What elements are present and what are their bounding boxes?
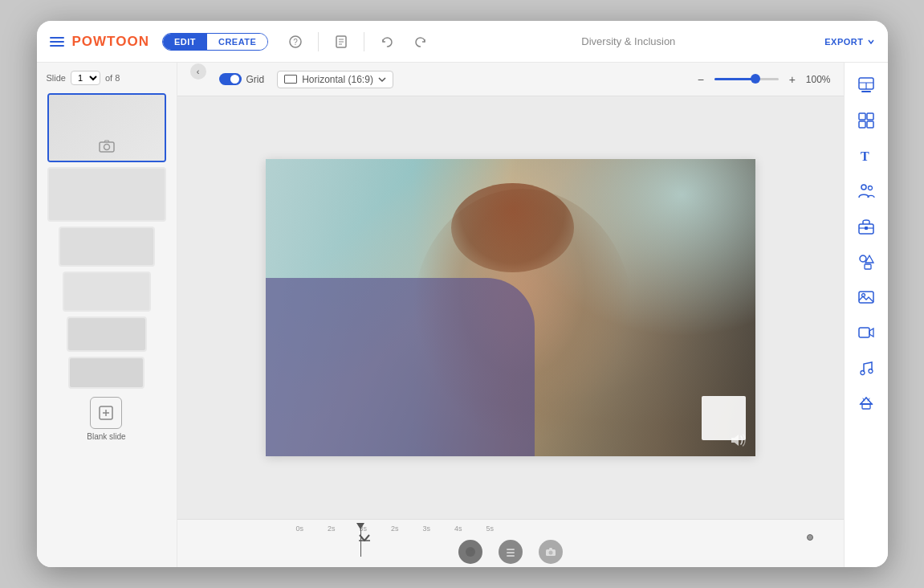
zoom-slider-thumb[interactable] bbox=[751, 74, 760, 84]
slide-canvas bbox=[266, 159, 755, 456]
video-tool-button[interactable] bbox=[850, 316, 882, 349]
timeline-camera-button[interactable] bbox=[539, 540, 563, 564]
header-divider-2 bbox=[364, 32, 364, 51]
timeline-mark: 5s bbox=[486, 525, 495, 533]
svg-rect-20 bbox=[861, 91, 871, 92]
svg-rect-30 bbox=[865, 227, 868, 230]
edit-button[interactable]: EDIT bbox=[163, 34, 207, 50]
shapes-tool-button[interactable] bbox=[850, 246, 882, 278]
timeline-dot bbox=[807, 534, 813, 541]
svg-text:?: ? bbox=[294, 38, 299, 47]
audio-tool-button[interactable] bbox=[850, 352, 882, 384]
svg-rect-23 bbox=[859, 121, 865, 128]
svg-point-38 bbox=[869, 370, 873, 374]
create-button[interactable]: CREATE bbox=[207, 34, 267, 50]
svg-point-31 bbox=[860, 255, 866, 262]
slide-thumbnail-6[interactable] bbox=[68, 357, 145, 389]
redo-icon[interactable] bbox=[409, 31, 432, 53]
timeline-mark: 3s bbox=[423, 525, 431, 533]
blank-slide-label: Blank slide bbox=[87, 432, 125, 441]
svg-point-26 bbox=[861, 185, 866, 190]
transitions-tool-button[interactable] bbox=[850, 387, 882, 419]
svg-point-7 bbox=[104, 145, 109, 150]
timeline-mark: 2s bbox=[391, 525, 399, 533]
slide-purple-overlay bbox=[266, 278, 535, 456]
svg-rect-14 bbox=[507, 555, 515, 557]
svg-point-37 bbox=[861, 371, 865, 375]
svg-rect-21 bbox=[859, 113, 865, 120]
undo-icon[interactable] bbox=[376, 31, 398, 53]
grid-toggle: Grid bbox=[219, 73, 265, 85]
svg-point-16 bbox=[548, 551, 552, 555]
grid-toggle-switch[interactable] bbox=[219, 73, 242, 85]
notes-icon[interactable] bbox=[330, 31, 352, 53]
timeline-mark: 2s bbox=[328, 525, 336, 533]
right-toolbar: T bbox=[844, 63, 888, 567]
svg-rect-24 bbox=[867, 121, 873, 128]
slide-label: Slide bbox=[47, 73, 66, 83]
slide-thumbnail-3[interactable] bbox=[59, 227, 155, 267]
timeline-play-button[interactable] bbox=[458, 540, 482, 564]
svg-rect-34 bbox=[859, 292, 873, 303]
zoom-slider-track[interactable] bbox=[714, 78, 779, 80]
zoom-slider-fill bbox=[714, 78, 753, 80]
main-area: Slide 12345678 of 8 bbox=[37, 63, 888, 567]
timeline-ruler: 0s 2s 3s 2s 3s 4s 5s bbox=[184, 523, 837, 533]
svg-rect-12 bbox=[507, 549, 515, 550]
canvas-area[interactable] bbox=[177, 96, 844, 519]
canvas-wrapper: ‹ Grid Horizontal (16:9) − + bbox=[177, 63, 844, 567]
svg-point-27 bbox=[868, 186, 872, 190]
slides-panel: Slide 12345678 of 8 bbox=[37, 63, 177, 567]
aspect-ratio-label: Horizontal (16:9) bbox=[302, 74, 373, 85]
collapse-sidebar-button[interactable]: ‹ bbox=[190, 63, 206, 80]
characters-tool-button[interactable] bbox=[850, 175, 882, 207]
slide-thumbnail-5[interactable] bbox=[67, 316, 147, 352]
slide-of-text: of 8 bbox=[105, 73, 120, 83]
menu-icon[interactable] bbox=[50, 37, 64, 47]
slide-number-select[interactable]: 12345678 bbox=[71, 71, 100, 85]
images-tool-button[interactable] bbox=[850, 281, 882, 313]
zoom-control: − + 100% bbox=[694, 73, 831, 86]
timeline-controls bbox=[184, 537, 837, 567]
header-divider bbox=[318, 32, 319, 51]
timeline-mark: 4s bbox=[454, 525, 462, 533]
slide-thumbnail-1[interactable] bbox=[47, 93, 166, 162]
canvas-toolbar: ‹ Grid Horizontal (16:9) − + bbox=[177, 63, 844, 96]
header: POWTOON EDIT CREATE ? bbox=[37, 21, 888, 63]
blank-slide-icon bbox=[90, 397, 122, 429]
svg-rect-13 bbox=[507, 552, 515, 553]
svg-text:T: T bbox=[861, 149, 869, 163]
svg-rect-22 bbox=[867, 113, 873, 120]
timeline-area: 0s 2s 3s 2s 3s 4s 5s bbox=[177, 519, 844, 567]
logo: POWTOON bbox=[72, 34, 149, 50]
text-tool-button[interactable]: T bbox=[850, 140, 882, 172]
app-container: POWTOON EDIT CREATE ? bbox=[37, 21, 888, 567]
timeline-playhead-head bbox=[356, 523, 364, 529]
blank-slide-button[interactable]: Blank slide bbox=[87, 397, 125, 441]
media-tool-button[interactable] bbox=[850, 104, 882, 137]
props-tool-button[interactable] bbox=[850, 210, 882, 243]
zoom-value: 100% bbox=[806, 74, 831, 85]
aspect-ratio-button[interactable]: Horizontal (16:9) bbox=[277, 71, 393, 88]
header-icons: ? bbox=[284, 31, 432, 53]
slide-white-box bbox=[702, 396, 746, 440]
zoom-in-button[interactable]: + bbox=[785, 73, 800, 86]
svg-point-11 bbox=[466, 547, 475, 557]
slide-nav: Slide 12345678 of 8 bbox=[43, 71, 170, 85]
timeline-track-row bbox=[184, 533, 837, 537]
edit-create-toggle: EDIT CREATE bbox=[162, 33, 268, 51]
document-title: Diversity & Inclusion bbox=[442, 35, 815, 47]
header-left: POWTOON bbox=[50, 34, 149, 50]
timeline-stack-button[interactable] bbox=[499, 540, 523, 564]
slide-thumbnail-2[interactable] bbox=[47, 167, 166, 222]
slide-thumbnail-4[interactable] bbox=[63, 272, 151, 312]
export-button[interactable]: EXPORT bbox=[824, 37, 874, 47]
svg-rect-33 bbox=[865, 264, 871, 269]
svg-rect-39 bbox=[862, 404, 870, 409]
help-icon[interactable]: ? bbox=[284, 31, 307, 53]
layout-tool-button[interactable] bbox=[850, 69, 882, 101]
timeline-down-arrow bbox=[356, 533, 372, 547]
zoom-out-button[interactable]: − bbox=[694, 73, 708, 86]
svg-rect-36 bbox=[859, 328, 869, 337]
grid-label: Grid bbox=[246, 74, 265, 85]
